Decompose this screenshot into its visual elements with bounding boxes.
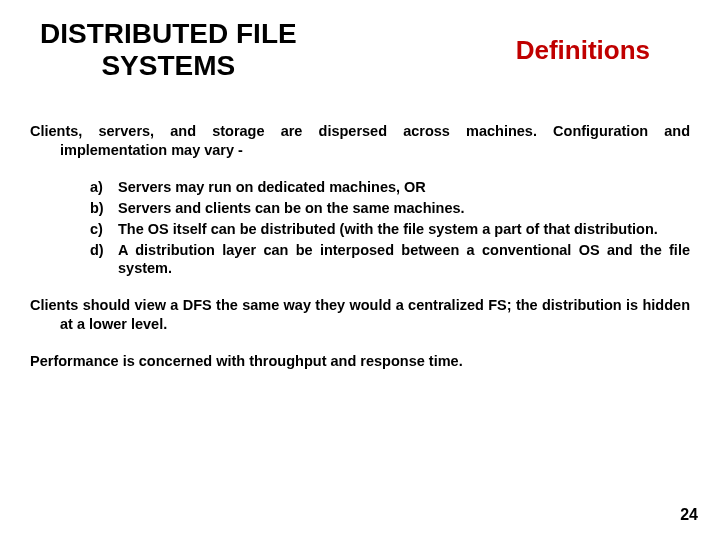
list-marker: d) [90, 241, 118, 279]
page-number: 24 [680, 506, 698, 524]
title-right: Definitions [516, 35, 650, 66]
paragraph-2: Clients should view a DFS the same way t… [30, 296, 690, 334]
title-left-line2: SYSTEMS [101, 50, 235, 81]
slide: DISTRIBUTED FILE SYSTEMS Definitions Cli… [0, 0, 720, 540]
list-item: c) The OS itself can be distributed (wit… [90, 220, 690, 239]
list-item: a) Servers may run on dedicated machines… [90, 178, 690, 197]
title-left-line1: DISTRIBUTED FILE [40, 18, 297, 49]
slide-body: Clients, servers, and storage are disper… [30, 122, 690, 370]
list-text: Servers and clients can be on the same m… [118, 199, 690, 218]
list-item: b) Servers and clients can be on the sam… [90, 199, 690, 218]
list-marker: b) [90, 199, 118, 218]
intro-paragraph: Clients, servers, and storage are disper… [30, 122, 690, 160]
paragraph-3: Performance is concerned with throughput… [30, 352, 690, 371]
list-marker: c) [90, 220, 118, 239]
list-text: Servers may run on dedicated machines, O… [118, 178, 690, 197]
list-item: d) A distribution layer can be interpose… [90, 241, 690, 279]
slide-header: DISTRIBUTED FILE SYSTEMS Definitions [30, 18, 690, 82]
list-text: A distribution layer can be interposed b… [118, 241, 690, 279]
title-left: DISTRIBUTED FILE SYSTEMS [40, 18, 297, 82]
definition-list: a) Servers may run on dedicated machines… [90, 178, 690, 278]
list-marker: a) [90, 178, 118, 197]
list-text: The OS itself can be distributed (with t… [118, 220, 690, 239]
